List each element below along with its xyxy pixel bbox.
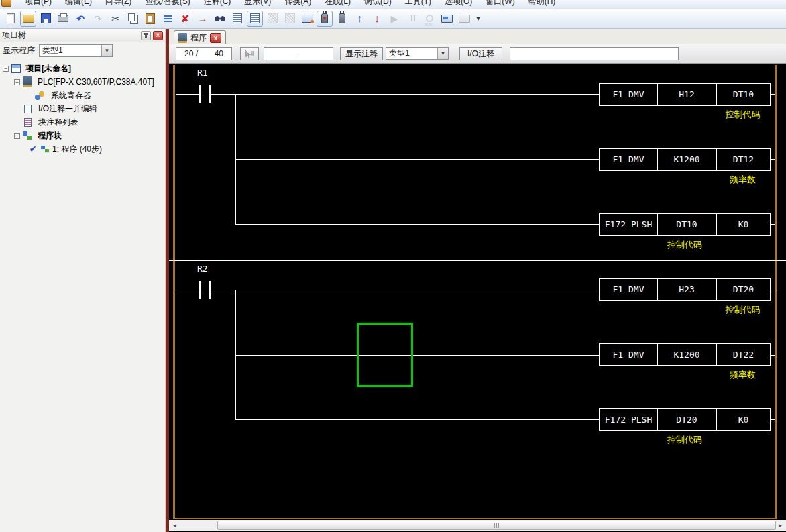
undo-icon[interactable]: ↶ (72, 11, 89, 27)
operand-comment: 频率数 (714, 174, 771, 186)
collapse-icon[interactable]: − (14, 133, 20, 139)
horizontal-scrollbar[interactable]: ◄ ► (169, 520, 786, 531)
tab-program[interactable]: 程序 x (174, 30, 226, 45)
menu-view[interactable]: 显示(V) (244, 0, 271, 7)
right-bus-rail (775, 65, 777, 519)
offline-mode-icon[interactable] (334, 11, 350, 27)
instr-param2[interactable]: K0 (716, 409, 770, 430)
contact-bar[interactable] (199, 281, 201, 299)
scroll-left-icon[interactable]: ◄ (169, 520, 180, 531)
program-type-select[interactable]: 类型1 ▼ (39, 44, 113, 57)
instr-param1[interactable]: K1200 (657, 149, 716, 170)
menu-project[interactable]: 项目(P) (25, 0, 52, 7)
instruction-box[interactable]: F1 DMV K1200 DT22 (599, 343, 771, 366)
instr-op[interactable]: F1 DMV (600, 84, 657, 105)
scrollbar-track[interactable] (180, 520, 775, 531)
chevron-down-icon[interactable]: ▼ (437, 48, 448, 59)
menu-options[interactable]: 选项(O) (445, 0, 472, 7)
collapse-icon[interactable]: − (3, 66, 9, 72)
plc-icon (23, 76, 32, 87)
status-display-2-icon (456, 11, 472, 27)
jump-icon[interactable]: → (194, 11, 211, 27)
pin-icon[interactable] (141, 31, 151, 40)
ladder-canvas[interactable]: R1 F1 DMV H12 DT10 控制代码 F1 DMV K1200 DT1… (169, 64, 786, 532)
menu-convert[interactable]: 转换(A) (284, 0, 311, 7)
monitor-run-stop-icon[interactable]: ▶‖ (240, 47, 259, 60)
find-icon[interactable] (212, 11, 228, 27)
instr-param1[interactable]: DT10 (657, 214, 716, 235)
menu-wizard[interactable]: 向导(Z) (105, 0, 131, 7)
io-comment-button[interactable]: I/O注释 (459, 47, 502, 60)
contact-bar[interactable] (199, 85, 201, 103)
instruction-box[interactable]: F172 PLSH DT20 K0 (599, 408, 771, 431)
instr-param2[interactable]: K0 (716, 214, 770, 235)
left-bus-rail (173, 65, 175, 519)
panel-close-icon[interactable]: × (153, 31, 163, 40)
show-comment-icon[interactable] (247, 11, 263, 27)
instruction-box[interactable]: F1 DMV H23 DT20 (599, 278, 771, 301)
show-comment-button[interactable]: 显示注释 (340, 47, 383, 60)
tree-item-block-comment[interactable]: 块注释列表 (0, 115, 165, 129)
instruction-box[interactable]: F172 PLSH DT10 K0 (599, 213, 771, 236)
io-comment-list-icon[interactable] (229, 11, 245, 27)
tab-close-icon[interactable]: x (210, 33, 221, 43)
instruction-box[interactable]: F1 DMV K1200 DT12 (599, 148, 771, 171)
upload-from-plc-icon[interactable]: ↑ (351, 11, 368, 27)
cut-icon[interactable]: ✂ (107, 11, 123, 27)
instr-op[interactable]: F172 PLSH (600, 409, 657, 430)
delete-row-icon[interactable]: ✘ (177, 11, 193, 27)
program-blocks-icon (23, 131, 32, 140)
monitor-start-icon: ▶ (386, 11, 402, 27)
tree-item-program-1[interactable]: ✔ 1: 程序 (40步) (0, 142, 165, 156)
print-icon[interactable] (55, 11, 71, 27)
plc-configuration-icon[interactable] (299, 11, 315, 27)
tree-item-project[interactable]: − 项目[未命名] (0, 62, 165, 75)
instr-param1[interactable]: H12 (657, 84, 716, 105)
instr-op[interactable]: F1 DMV (600, 344, 657, 365)
instr-op[interactable]: F1 DMV (600, 279, 657, 300)
insert-row-icon[interactable] (160, 11, 176, 27)
comment-type-select[interactable]: 类型1 ▼ (386, 47, 449, 60)
instr-op[interactable]: F1 DMV (600, 149, 657, 170)
contact-label[interactable]: R1 (197, 68, 208, 78)
paste-icon[interactable] (142, 11, 158, 27)
new-file-icon[interactable] (3, 11, 19, 27)
menu-comment[interactable]: 注释(C) (204, 0, 231, 7)
instr-param2[interactable]: DT20 (716, 279, 770, 300)
contact-label[interactable]: R2 (197, 264, 208, 274)
menu-debug[interactable]: 调试(D) (364, 0, 392, 7)
chevron-down-icon[interactable]: ▼ (101, 45, 112, 56)
ladder-cursor[interactable] (357, 323, 413, 387)
instr-param1[interactable]: H23 (657, 279, 716, 300)
comment-edit-field[interactable] (510, 47, 679, 60)
instruction-box[interactable]: F1 DMV H12 DT10 (599, 83, 771, 106)
save-project-icon[interactable] (38, 11, 54, 27)
instr-param2[interactable]: DT12 (716, 149, 770, 170)
show-program-label: 显示程序 (3, 45, 35, 56)
open-project-icon[interactable] (20, 11, 36, 27)
menu-tools[interactable]: 工具(T) (405, 0, 431, 7)
menu-edit[interactable]: 编辑(E) (65, 0, 92, 7)
menu-help[interactable]: 帮助(H) (528, 0, 556, 7)
instr-op[interactable]: F172 PLSH (600, 214, 657, 235)
instr-param1[interactable]: K1200 (657, 344, 716, 365)
collapse-icon[interactable]: − (14, 79, 20, 85)
tree-item-plc[interactable]: − PLC[FP-X C30,60T/P,C38A,40T] (0, 75, 165, 89)
instr-param2[interactable]: DT10 (716, 84, 770, 105)
status-display-icon[interactable] (439, 11, 455, 27)
menu-find-replace[interactable]: 查找/替换(S) (145, 0, 190, 7)
copy-icon[interactable] (125, 11, 141, 27)
tree-item-io-comment[interactable]: I/O注释一并编辑 (0, 102, 165, 115)
tree-item-system-registers[interactable]: 系统寄存器 (0, 89, 165, 102)
online-mode-icon[interactable] (317, 11, 333, 27)
menu-window[interactable]: 窗口(W) (486, 0, 514, 7)
instr-param2[interactable]: DT22 (716, 344, 770, 365)
instr-param1[interactable]: DT20 (657, 409, 716, 430)
toolbar-overflow-icon[interactable]: ▾ (473, 11, 483, 27)
scrollbar-thumb[interactable] (217, 521, 776, 530)
io-comment-icon (24, 105, 32, 113)
tree-item-program-blocks[interactable]: − 程序块 (0, 129, 165, 142)
download-to-plc-icon[interactable]: ↓ (369, 11, 385, 27)
menu-online[interactable]: 在线(L) (325, 0, 351, 7)
scroll-right-icon[interactable]: ► (775, 520, 786, 531)
